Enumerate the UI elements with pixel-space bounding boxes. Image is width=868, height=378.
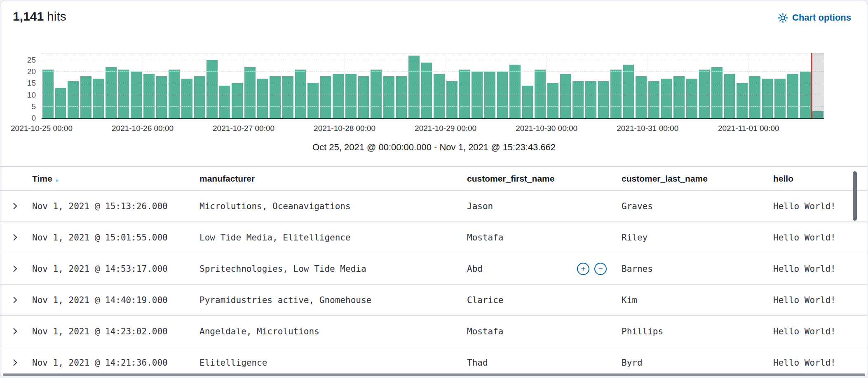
chart-options-label: Chart options (792, 12, 851, 23)
histogram-bar[interactable] (55, 88, 66, 118)
histogram-bar[interactable] (459, 70, 470, 119)
histogram-bar[interactable] (383, 76, 394, 118)
x-tick-label: 2021-10-27 00:00 (213, 124, 274, 133)
histogram-bar[interactable] (80, 76, 91, 118)
histogram-bar[interactable] (636, 76, 647, 118)
histogram-bar[interactable] (535, 70, 546, 119)
histogram-bar[interactable] (42, 70, 54, 119)
histogram-bar[interactable] (800, 72, 811, 118)
histogram-bar[interactable] (737, 83, 748, 118)
histogram-bar[interactable] (673, 76, 685, 118)
histogram-bar[interactable] (219, 86, 230, 118)
y-tick-label: 15 (27, 79, 36, 88)
histogram-bar[interactable] (699, 70, 710, 119)
histogram-bar[interactable] (598, 81, 609, 118)
chevron-right-icon (11, 358, 20, 367)
histogram-bar[interactable] (371, 70, 382, 119)
histogram-bar[interactable] (345, 74, 357, 118)
histogram-bar[interactable] (560, 74, 571, 118)
histogram-bar[interactable] (724, 74, 735, 118)
histogram-bar[interactable] (547, 83, 558, 118)
expand-row-button[interactable] (11, 327, 20, 336)
histogram-bar[interactable] (333, 74, 344, 118)
vertical-scrollbar[interactable] (853, 171, 857, 221)
filter-for-value-icon[interactable]: + (577, 263, 589, 275)
expand-row-button[interactable] (11, 202, 20, 210)
histogram-bar[interactable] (522, 86, 533, 118)
histogram-bar[interactable] (358, 76, 369, 118)
histogram-bar[interactable] (143, 74, 155, 118)
histogram-bar[interactable] (118, 70, 129, 119)
histogram-bar[interactable] (396, 76, 407, 118)
histogram-bar[interactable] (610, 70, 622, 119)
horizontal-scrollbar[interactable] (3, 373, 865, 376)
column-header-customer-first-name[interactable]: customer_first_name (467, 174, 622, 184)
cell-manufacturer: Angeldale, Microlutions (199, 327, 467, 336)
cell-customer-first-name: Clarice (467, 295, 622, 305)
table-row: Nov 1, 2021 @ 15:13:26.000Microlutions, … (0, 191, 868, 222)
histogram-bar[interactable] (623, 65, 634, 118)
histogram-bar[interactable] (181, 79, 192, 118)
chevron-right-icon (11, 296, 20, 304)
expand-row-button[interactable] (11, 358, 20, 367)
histogram-bar[interactable] (169, 70, 180, 119)
histogram-bar[interactable] (320, 76, 331, 118)
filter-out-value-icon[interactable]: − (594, 263, 607, 275)
column-header-customer-last-name[interactable]: customer_last_name (622, 174, 773, 184)
cell-manufacturer: Pyramidustries active, Gnomehouse (199, 295, 467, 305)
histogram-bar[interactable] (194, 76, 205, 118)
expand-row-button[interactable] (11, 296, 20, 304)
histogram-bar[interactable] (257, 79, 268, 118)
day-gridline (143, 53, 143, 118)
histogram-bar[interactable] (749, 76, 760, 118)
sort-descending-icon[interactable]: ↓ (55, 174, 59, 184)
histogram-bar[interactable] (282, 76, 293, 118)
column-header-time[interactable]: Time ↓ (32, 174, 199, 184)
histogram-bar[interactable] (131, 72, 142, 118)
cell-manufacturer: Microlutions, Oceanavigations (199, 201, 467, 211)
histogram-bar[interactable] (93, 79, 104, 118)
histogram-bar[interactable] (484, 72, 495, 118)
histogram-bar[interactable] (270, 76, 281, 118)
cell-hello: Hello World! (773, 295, 868, 305)
histogram-bar[interactable] (585, 81, 596, 118)
histogram-bar[interactable] (68, 81, 79, 118)
x-tick-label: 2021-10-28 00:00 (314, 124, 375, 133)
histogram-bar[interactable] (787, 74, 798, 118)
column-header-manufacturer[interactable]: manufacturer (199, 174, 467, 184)
y-tick-label: 0 (31, 114, 36, 123)
histogram-bar[interactable] (762, 79, 773, 118)
expander-cell (0, 202, 32, 210)
histogram-bar[interactable] (295, 70, 306, 119)
y-tick-label: 20 (27, 67, 36, 76)
histogram-bar[interactable] (472, 72, 483, 118)
histogram-bar[interactable] (572, 81, 584, 118)
histogram-bar[interactable] (661, 79, 672, 118)
histogram-bar[interactable] (497, 72, 508, 118)
chart-options-button[interactable]: Chart options (775, 12, 854, 23)
histogram-bar[interactable] (774, 79, 786, 118)
histogram-bar[interactable] (244, 67, 256, 118)
expand-row-button[interactable] (11, 264, 20, 273)
histogram-bar[interactable] (509, 65, 521, 118)
expand-row-button[interactable] (11, 233, 20, 242)
histogram-plot[interactable] (42, 53, 824, 119)
histogram-bar[interactable] (307, 83, 319, 118)
histogram-bar[interactable] (421, 63, 432, 118)
histogram-bar[interactable] (711, 67, 723, 118)
histogram-bar[interactable] (408, 56, 420, 118)
histogram-bar[interactable] (446, 81, 457, 118)
histogram-bar[interactable] (232, 83, 243, 118)
histogram-bar[interactable] (648, 81, 659, 118)
histogram-bar[interactable] (206, 60, 218, 118)
cell-manufacturer: Low Tide Media, Elitelligence (199, 233, 467, 243)
table-row: Nov 1, 2021 @ 15:01:55.000Low Tide Media… (0, 222, 868, 253)
cell-time: Nov 1, 2021 @ 14:21:36.000 (32, 358, 199, 368)
histogram-bar[interactable] (812, 111, 823, 118)
gear-icon (778, 13, 788, 23)
cell-customer-first-name: Jason (467, 201, 622, 211)
histogram-bar[interactable] (106, 67, 117, 118)
histogram-bar[interactable] (686, 79, 697, 118)
histogram-bar[interactable] (434, 74, 445, 118)
histogram-bar[interactable] (156, 76, 167, 118)
